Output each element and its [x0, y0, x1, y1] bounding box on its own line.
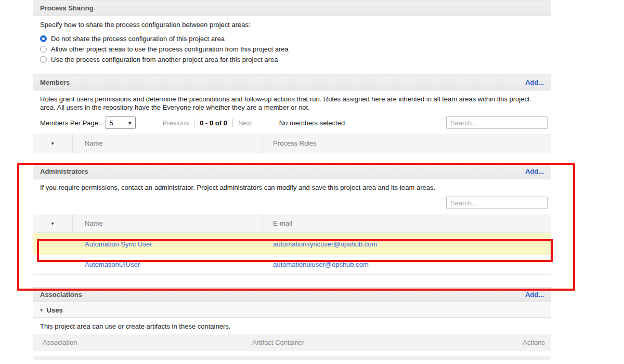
previous-button[interactable]: Previous [163, 119, 189, 127]
members-pager: Previous 0 - 0 of 0 Next [163, 119, 252, 127]
radio-unselected-icon[interactable] [40, 46, 47, 53]
associations-section-header: Associations Add... [33, 287, 551, 302]
pager-divider [194, 119, 194, 127]
row-select-cell[interactable] [33, 233, 73, 255]
process-sharing-options: Do not share the process configuration o… [33, 33, 551, 64]
members-per-page-label: Members Per Page: [40, 119, 100, 127]
chevron-down-icon: ▾ [128, 120, 132, 126]
radio-unselected-icon[interactable] [40, 56, 47, 63]
process-sharing-description: Specify how to share the process configu… [33, 21, 551, 29]
administrators-select-menu-cell: ▾ [33, 214, 73, 232]
radio-option-label: Do not share the process configuration o… [51, 35, 225, 43]
associations-column-actions: Actions [486, 339, 551, 346]
members-section-header: Members Add... [33, 74, 551, 90]
radio-option-use-another[interactable]: Use the process configuration from anoth… [40, 54, 551, 64]
administrator-name-link[interactable]: AutomationUIUser [85, 261, 140, 268]
radio-option-do-not-share[interactable]: Do not share the process configuration o… [40, 33, 551, 44]
administrators-description: If you require permissions, contact an a… [33, 184, 551, 192]
pager-range-label: 0 - 0 of 0 [200, 119, 227, 127]
associations-column-association: Association [33, 334, 244, 350]
pager-divider [232, 119, 233, 127]
administrators-column-email: E-mail [263, 219, 551, 227]
administrators-section: Administrators Add... If you require per… [33, 163, 551, 275]
members-table-header: ▾ Name Process Roles [33, 134, 551, 153]
process-sharing-title: Process Sharing [40, 4, 94, 12]
members-search-input[interactable] [446, 116, 548, 129]
administrators-section-header: Administrators Add... [33, 163, 551, 179]
administrator-row-automation-sync-user[interactable]: Automation Sync User automationsyncuser@… [33, 233, 551, 255]
administrator-email-link[interactable]: automationsyncuser@opshub.com [273, 240, 377, 248]
associations-add-button[interactable]: Add... [525, 291, 544, 298]
uses-subsection-header[interactable]: ▾ Uses [33, 303, 551, 318]
members-select-menu-cell: ▾ [33, 134, 73, 153]
administrators-table-header: ▾ Name E-mail [33, 214, 551, 233]
radio-option-label: Use the process configuration from anoth… [51, 56, 278, 63]
administrator-name-link[interactable]: Automation Sync User [85, 240, 152, 248]
associations-title: Associations [40, 291, 82, 298]
radio-option-allow-others[interactable]: Allow other project areas to use the pro… [40, 44, 551, 54]
administrators-search-input[interactable] [446, 197, 548, 209]
members-description: Roles grant users permissions and determ… [33, 95, 535, 112]
members-toolbar: Members Per Page: 5 ▾ Previous 0 - 0 of … [33, 116, 551, 129]
members-column-process-roles: Process Roles [263, 139, 551, 147]
administrator-row-automationuiuser[interactable]: AutomationUIUser automationuiuser@opshub… [33, 255, 551, 275]
dropdown-arrow-icon[interactable]: ▾ [47, 218, 58, 228]
administrators-add-button[interactable]: Add... [525, 167, 544, 175]
process-sharing-section-header: Process Sharing [33, 0, 551, 16]
members-add-button[interactable]: Add... [525, 79, 544, 86]
dropdown-arrow-icon[interactable]: ▾ [47, 138, 58, 148]
members-per-page-select[interactable]: 5 ▾ [106, 116, 136, 129]
radio-option-label: Allow other project areas to use the pro… [51, 45, 289, 53]
project-area-admin-page: Process Sharing Specify how to share the… [33, 0, 551, 360]
collapse-triangle-icon[interactable]: ▾ [40, 307, 43, 314]
uses-title: Uses [47, 306, 63, 314]
administrator-email-link[interactable]: automationuiuser@opshub.com [273, 261, 369, 268]
administrators-column-name: Name [73, 214, 263, 232]
members-per-page-value: 5 [110, 119, 113, 127]
administrators-title: Administrators [40, 167, 88, 175]
administrators-search-row [33, 197, 551, 209]
associations-column-artifact-container: Artifact Container [244, 334, 486, 350]
next-button[interactable]: Next [238, 119, 252, 127]
associations-partial-row [33, 356, 551, 360]
uses-description: This project area can use or create arti… [33, 322, 551, 331]
members-title: Members [40, 79, 70, 86]
row-select-cell[interactable] [33, 255, 73, 274]
members-selection-status: No members selected [279, 119, 345, 127]
radio-selected-icon[interactable] [40, 35, 47, 42]
members-column-name: Name [73, 134, 263, 153]
associations-table-header: Association Artifact Container Actions [33, 334, 551, 350]
